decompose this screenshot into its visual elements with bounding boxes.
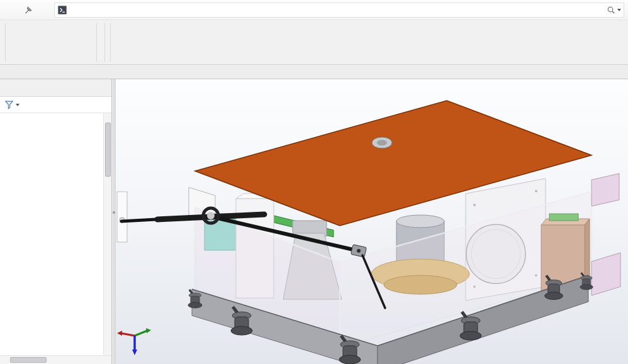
feature-tree: [0, 113, 103, 355]
tree-horizontal-scrollbar[interactable]: [0, 355, 111, 364]
search-dropdown-caret[interactable]: [617, 9, 621, 11]
tree-filter-bar[interactable]: [0, 97, 111, 113]
title-bar: [0, 0, 628, 20]
magnifier-icon[interactable]: [606, 5, 616, 15]
horizontal-scroll-thumb[interactable]: [10, 357, 47, 363]
solidworks-window: [0, 0, 628, 364]
tree-vertical-scrollbar[interactable]: [103, 113, 111, 355]
search-prompt-icon: [57, 5, 67, 15]
vertical-scroll-thumb[interactable]: [105, 123, 111, 177]
command-search[interactable]: [54, 3, 624, 18]
feature-manager-panel: [0, 79, 112, 364]
graphics-viewport[interactable]: [116, 79, 628, 364]
panel-tab-strip: [0, 79, 111, 97]
command-tab-row: [0, 65, 628, 79]
command-manager-ribbon: [0, 20, 628, 65]
satellite-model[interactable]: [116, 79, 628, 364]
reference-triad: [117, 328, 151, 355]
pin-icon[interactable]: [23, 4, 34, 16]
filter-caret[interactable]: [16, 104, 20, 106]
filter-funnel-icon[interactable]: [4, 99, 14, 110]
